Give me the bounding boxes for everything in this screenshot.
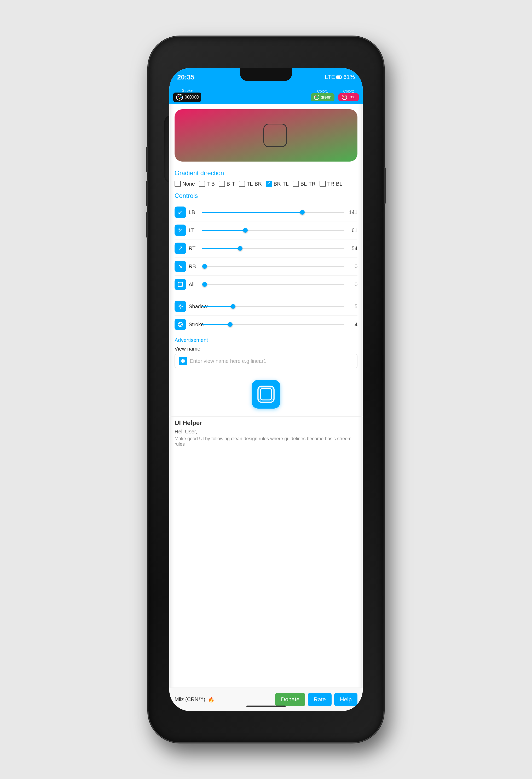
color2-button[interactable]: red — [338, 93, 359, 101]
checkbox-none[interactable] — [175, 181, 181, 187]
svg-point-14 — [317, 97, 318, 98]
svg-rect-4 — [341, 76, 342, 78]
direction-tlbr-label: TL-BR — [247, 181, 262, 187]
color2-value: red — [350, 95, 356, 99]
rb-icon[interactable] — [175, 261, 186, 272]
view-name-section: View name Enter view name here e.g linea… — [169, 345, 363, 372]
stroke-icon[interactable] — [175, 319, 186, 330]
donate-button[interactable]: Donate — [275, 693, 305, 706]
svg-point-37 — [178, 322, 183, 327]
rt-slider[interactable] — [202, 248, 344, 249]
lt-thumb[interactable] — [243, 228, 248, 233]
checkbox-bltr[interactable] — [293, 181, 299, 187]
rt-value: 54 — [347, 245, 357, 251]
color1-group: Color1 green — [311, 89, 335, 101]
direction-trbl-label: TR-BL — [327, 181, 343, 187]
direction-brtl[interactable]: BR-TL — [266, 181, 289, 187]
checkbox-bt[interactable] — [219, 181, 225, 187]
svg-point-11 — [314, 95, 319, 100]
help-button[interactable]: Help — [334, 693, 357, 706]
gradient-direction-title: Gradient direction — [169, 167, 363, 178]
rate-button[interactable]: Rate — [308, 693, 331, 706]
shadow-icon[interactable] — [175, 301, 186, 312]
direction-trbl[interactable]: TR-BL — [320, 181, 343, 187]
shadow-value: 5 — [347, 303, 357, 309]
checkbox-brtl[interactable] — [266, 181, 272, 187]
signal-label: LTE — [325, 74, 335, 80]
svg-rect-44 — [260, 388, 272, 400]
bottom-bar: Milz (CRN™) 🔥 Donate Rate Help — [169, 687, 363, 711]
all-slider[interactable] — [202, 284, 344, 285]
lb-icon[interactable] — [175, 206, 186, 218]
lb-slider[interactable] — [202, 212, 344, 213]
rb-slider[interactable] — [202, 266, 344, 267]
ui-helper-subtext: Make good UI by following clean design r… — [175, 436, 357, 447]
all-value: 0 — [347, 282, 357, 288]
color2-group: Color2 red — [338, 89, 359, 101]
all-icon[interactable] — [175, 279, 186, 290]
grid-icon — [179, 357, 187, 365]
svg-point-9 — [181, 97, 182, 98]
direction-bt[interactable]: B-T — [219, 181, 235, 187]
svg-point-7 — [178, 96, 179, 97]
shadow-slider[interactable] — [202, 306, 344, 307]
checkbox-tb[interactable] — [199, 181, 205, 187]
direction-tb-label: T-B — [207, 181, 215, 187]
lt-label: LT — [189, 227, 199, 233]
author-section: Milz (CRN™) 🔥 — [175, 697, 214, 703]
direction-tb[interactable]: T-B — [199, 181, 215, 187]
svg-rect-41 — [181, 362, 183, 363]
ui-helper-section: UI Helper Hell User, Make good UI by fol… — [169, 416, 363, 450]
color1-label: Color1 — [317, 89, 328, 93]
svg-line-34 — [182, 308, 182, 308]
view-name-input-placeholder: Enter view name here e.g linear1 — [190, 358, 267, 364]
stroke-label: Stroke — [182, 88, 192, 93]
control-stroke-row: Stroke 4 — [175, 319, 357, 330]
checkbox-trbl[interactable] — [320, 181, 326, 187]
color1-button[interactable]: green — [311, 93, 335, 101]
lb-label: LB — [189, 209, 199, 216]
rb-thumb[interactable] — [202, 264, 207, 269]
ui-helper-greeting: Hell User, — [175, 429, 357, 435]
svg-point-8 — [180, 95, 181, 97]
svg-rect-39 — [181, 359, 183, 361]
rt-thumb[interactable] — [238, 246, 243, 251]
color2-label: Color2 — [343, 89, 354, 93]
control-all-row: All 0 — [175, 279, 357, 290]
direction-bltr-label: BL-TR — [301, 181, 316, 187]
shadow-thumb[interactable] — [231, 304, 236, 309]
svg-point-17 — [344, 96, 345, 97]
lb-thumb[interactable] — [300, 210, 305, 215]
view-name-input-row[interactable]: Enter view name here e.g linear1 — [175, 354, 357, 368]
checkbox-tlbr[interactable] — [239, 181, 245, 187]
direction-none[interactable]: None — [175, 181, 195, 187]
svg-point-18 — [345, 97, 346, 98]
lb-value: 141 — [347, 209, 357, 216]
lt-slider[interactable] — [202, 230, 344, 231]
control-lb-row: LB 141 — [175, 206, 357, 218]
stroke-thumb[interactable] — [228, 322, 232, 327]
stroke-control-label: Stroke — [189, 321, 199, 327]
svg-rect-42 — [184, 362, 185, 363]
direction-bltr[interactable]: BL-TR — [293, 181, 316, 187]
svg-rect-5 — [337, 76, 340, 78]
bottom-buttons: Donate Rate Help — [275, 693, 357, 706]
fire-emoji: 🔥 — [208, 697, 214, 703]
status-time: 20:35 — [177, 73, 195, 81]
rt-icon[interactable] — [175, 243, 186, 254]
all-thumb[interactable] — [202, 282, 207, 287]
advertisement-label: Advertisement — [169, 336, 363, 345]
control-rb-row: RB 0 — [175, 261, 357, 272]
status-battery: LTE 61% — [325, 74, 355, 80]
lt-icon[interactable] — [175, 225, 186, 236]
ui-helper-title: UI Helper — [175, 419, 357, 427]
gradient-inner-shape — [263, 124, 287, 147]
top-toolbar: Stroke 000000 — [169, 86, 363, 104]
control-shadow-row: Shadow 5 — [175, 301, 357, 312]
stroke-slider[interactable] — [202, 324, 344, 325]
battery-percent: 61% — [343, 74, 355, 80]
direction-tlbr[interactable]: TL-BR — [239, 181, 262, 187]
phone-notch — [240, 68, 292, 81]
stroke-color-box[interactable]: 000000 — [173, 93, 201, 102]
stroke-value: 4 — [347, 321, 357, 327]
